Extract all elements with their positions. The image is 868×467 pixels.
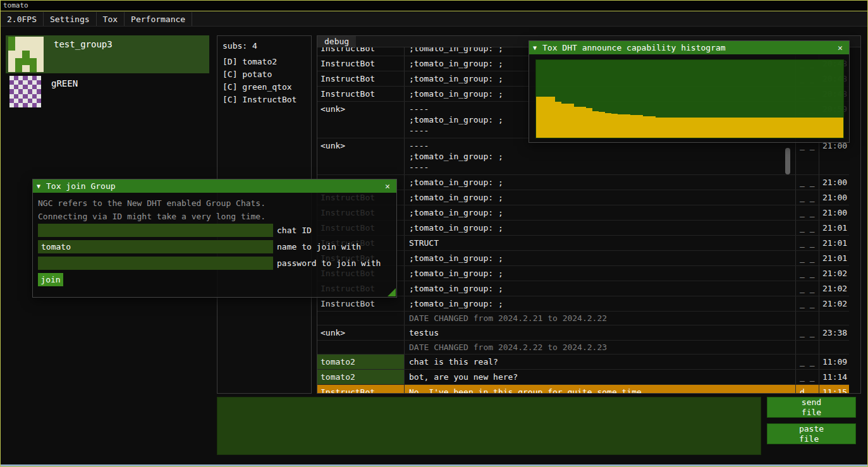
chat-flags xyxy=(795,341,819,354)
chat-flags: _ _ xyxy=(795,221,819,235)
chat-message-row[interactable]: InstructBot;tomato_in_group: ;_ _21:01 xyxy=(317,251,849,266)
window-titlebar[interactable]: tomato xyxy=(1,1,867,11)
chat-message-row[interactable]: <unk>testus_ _23:38 xyxy=(317,325,849,341)
histogram-bar xyxy=(731,118,737,138)
chat-flags: _ _ xyxy=(795,325,819,340)
histogram-bar xyxy=(743,118,749,138)
group-avatar xyxy=(8,37,44,72)
histogram-bar xyxy=(618,114,624,138)
join-button[interactable]: join xyxy=(38,273,63,286)
send-file-button[interactable]: send file xyxy=(767,397,856,418)
menu-settings[interactable]: Settings xyxy=(44,12,97,26)
chat-message-row[interactable]: tomato2chat is this real?_ _11:09 xyxy=(317,355,849,370)
chat-message-row[interactable]: InstructBot;tomato_in_group: ;_ _21:00 xyxy=(317,205,849,221)
histogram-bar xyxy=(774,118,781,138)
member-item[interactable]: [D] tomato2 xyxy=(223,56,311,68)
chat-flags: _ _ xyxy=(795,266,819,281)
chat-system-row: DATE CHANGED from 2024.2.22 to 2024.2.23 xyxy=(317,341,849,355)
chat-sender: InstructBot xyxy=(317,71,404,86)
chat-message-row[interactable]: InstructBot;tomato_in_group: ;_ _21:02 xyxy=(317,281,849,296)
contact-row-test_group3[interactable]: test_group3 xyxy=(6,35,209,73)
chat-message: ;tomato_in_group: ; xyxy=(404,251,795,265)
group-avatar xyxy=(9,76,41,107)
histogram-bar xyxy=(724,118,731,138)
histogram-bar xyxy=(693,118,699,138)
histogram-bar xyxy=(787,118,793,138)
chat-message-row[interactable]: InstructBotNo, I've been in this group f… xyxy=(317,385,849,393)
chat-message-row[interactable]: InstructBot;tomato_in_group: ;_ _21:01 xyxy=(317,221,849,236)
histogram-bar xyxy=(624,114,630,138)
chat-id-input[interactable] xyxy=(38,224,273,237)
chat-time: 21:00 xyxy=(819,175,849,190)
collapse-icon[interactable]: ▼ xyxy=(533,44,537,51)
join-name-label: name to join with xyxy=(277,240,361,253)
histogram-bar xyxy=(706,118,712,138)
chat-message-row[interactable]: InstructBot;tomato_in_group: ;_ _21:02 xyxy=(317,266,849,281)
histogram-bar xyxy=(818,118,824,138)
histogram-bar xyxy=(643,116,649,138)
histogram-bar xyxy=(768,118,774,138)
close-icon[interactable]: ✕ xyxy=(835,43,845,52)
chat-sender: InstructBot xyxy=(317,385,404,393)
member-item[interactable]: [C] potato xyxy=(223,68,311,81)
compose-input[interactable] xyxy=(217,397,761,455)
histogram-plot xyxy=(535,59,844,138)
join-password-input[interactable] xyxy=(38,257,273,270)
chat-flags: _ _ xyxy=(795,138,819,174)
chat-sender: <unk> xyxy=(317,138,404,174)
menubar: 2.0FPS Settings Tox Performance xyxy=(1,12,867,27)
chat-system-row: DATE CHANGED from 2024.2.21 to 2024.2.22 xyxy=(317,312,849,325)
histogram-bar xyxy=(800,118,806,138)
paste-file-button[interactable]: paste file xyxy=(767,423,856,444)
histogram-bar xyxy=(599,112,605,138)
chat-message: No, I've been in this group for quite so… xyxy=(404,385,795,393)
menu-performance[interactable]: Performance xyxy=(125,12,192,26)
member-item[interactable]: [C] InstructBot xyxy=(223,94,311,106)
chat-flags: _ _ xyxy=(795,205,819,220)
chat-message: ---- ;tomato_in_group: ; ---- xyxy=(404,138,795,174)
chat-message: DATE CHANGED from 2024.2.21 to 2024.2.22 xyxy=(404,312,795,325)
chat-time: 11:15 xyxy=(819,385,849,393)
join-window-titlebar[interactable]: ▼ Tox join Group ✕ xyxy=(33,179,396,193)
menu-tox[interactable]: Tox xyxy=(97,12,125,26)
chat-time xyxy=(819,341,849,354)
chat-flags: d xyxy=(795,385,819,393)
chat-sender: <unk> xyxy=(317,325,404,340)
join-password-label: password to join with xyxy=(277,257,381,270)
join-window-body: NGC refers to the New DHT enabled Group … xyxy=(33,193,396,297)
histogram-window: ▼ Tox DHT announce capability histogram … xyxy=(529,40,850,143)
histogram-bar xyxy=(837,118,843,138)
chat-flags: _ _ xyxy=(795,370,819,384)
tab-debug[interactable]: debug xyxy=(317,36,356,47)
histogram-bar xyxy=(712,118,718,138)
chat-scrollbar[interactable] xyxy=(785,148,790,174)
resize-grip[interactable] xyxy=(388,288,396,296)
collapse-icon[interactable]: ▼ xyxy=(37,183,40,190)
chat-sender: tomato2 xyxy=(317,355,404,369)
subs-count-label: subs: 4 xyxy=(217,36,311,51)
contact-name: test_group3 xyxy=(54,39,113,49)
chat-message-row[interactable]: InstructBot;tomato_in_group: ;_ _21:00 xyxy=(317,175,849,190)
histogram-bar xyxy=(737,118,743,138)
chat-message-row[interactable]: InstructBotSTRUCT_ _21:01 xyxy=(317,236,849,251)
member-item[interactable]: [C] green_qtox xyxy=(223,81,311,94)
join-name-input[interactable] xyxy=(38,240,273,253)
chat-sender xyxy=(317,312,404,325)
chat-time: 23:38 xyxy=(819,325,849,340)
chat-message-row[interactable]: <unk>---- ;tomato_in_group: ; ----_ _21:… xyxy=(317,138,849,175)
chat-sender xyxy=(317,341,404,354)
contact-row-gREEN[interactable]: gREEN xyxy=(6,75,209,109)
chat-message-row[interactable]: InstructBot;tomato_in_group: ;_ _21:00 xyxy=(317,190,849,205)
chat-message-row[interactable]: InstructBot;tomato_in_group: ;_ _21:02 xyxy=(317,296,849,312)
chat-sender: InstructBot xyxy=(317,87,404,101)
chat-message-row[interactable]: tomato2bot, are you new here?_ _11:14 xyxy=(317,370,849,385)
close-icon[interactable]: ✕ xyxy=(382,181,393,191)
histogram-bar xyxy=(749,118,755,138)
chat-message: ;tomato_in_group: ; xyxy=(404,296,795,311)
ngc-note-line2: Connecting via ID might take a very long… xyxy=(38,210,266,223)
histogram-bar xyxy=(637,115,643,138)
chat-flags xyxy=(795,312,819,325)
chat-time: 11:09 xyxy=(819,355,849,369)
histogram-window-titlebar[interactable]: ▼ Tox DHT announce capability histogram … xyxy=(529,41,849,54)
chat-message: testus xyxy=(404,325,795,340)
